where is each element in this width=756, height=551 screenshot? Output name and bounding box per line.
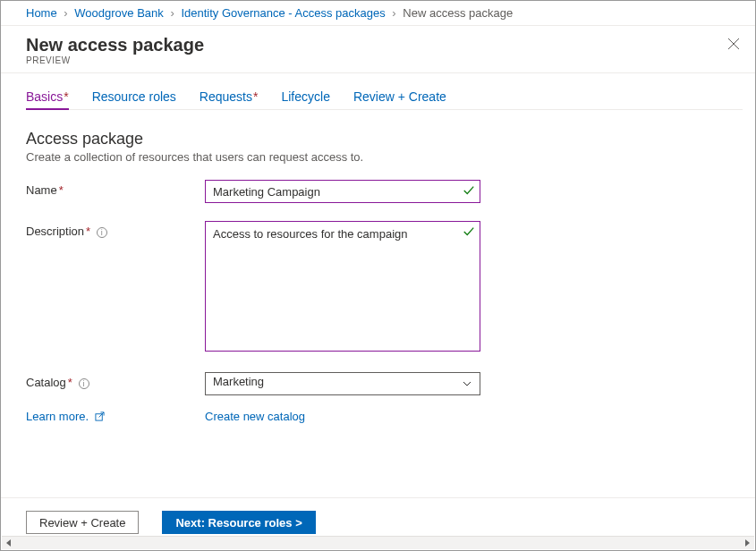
breadcrumb-current: New access package	[403, 6, 513, 20]
name-label: Name*	[26, 180, 205, 197]
info-icon[interactable]: i	[97, 227, 107, 238]
info-icon[interactable]: i	[79, 378, 89, 389]
required-asterisk: *	[68, 376, 72, 389]
description-field-wrap	[205, 221, 480, 354]
breadcrumb-link-home[interactable]: Home	[26, 6, 57, 20]
tabs: Basics* Resource roles Requests* Lifecyc…	[1, 73, 755, 109]
tab-resource-roles[interactable]: Resource roles	[92, 89, 176, 109]
label-text: Catalog	[26, 376, 66, 389]
section-access-package: Access package Create a collection of re…	[1, 110, 755, 423]
breadcrumb: Home › Woodgrove Bank › Identity Governa…	[1, 1, 755, 26]
tab-lifecycle[interactable]: Lifecycle	[281, 89, 329, 109]
form-row-name: Name*	[26, 180, 730, 203]
name-field-wrap	[205, 180, 480, 203]
tab-label: Resource roles	[92, 89, 176, 104]
create-catalog-link[interactable]: Create new catalog	[205, 410, 305, 423]
scroll-right-icon[interactable]	[740, 537, 754, 549]
name-input[interactable]	[205, 180, 480, 203]
breadcrumb-link-org[interactable]: Woodgrove Bank	[74, 6, 164, 20]
svg-marker-4	[6, 539, 11, 547]
required-asterisk: *	[59, 183, 64, 197]
chevron-right-icon: ›	[170, 6, 174, 20]
description-input[interactable]	[205, 221, 480, 352]
catalog-select[interactable]: Marketing	[205, 372, 480, 395]
close-icon	[726, 37, 741, 51]
preview-badge: PREVIEW	[26, 55, 739, 65]
external-link-icon	[95, 411, 105, 421]
svg-line-3	[98, 412, 104, 418]
tab-review-create[interactable]: Review + Create	[353, 89, 446, 109]
chevron-right-icon: ›	[392, 6, 395, 20]
footer: Review + Create Next: Resource roles >	[1, 497, 755, 534]
required-asterisk: *	[253, 89, 258, 104]
catalog-field-wrap: Marketing	[205, 372, 480, 395]
link-text: Learn more.	[26, 410, 89, 423]
required-asterisk: *	[64, 89, 68, 104]
description-label: Description* i	[26, 221, 205, 238]
tab-requests[interactable]: Requests*	[200, 89, 259, 109]
chevron-down-icon	[462, 378, 472, 389]
next-button[interactable]: Next: Resource roles >	[162, 511, 315, 534]
required-asterisk: *	[86, 225, 90, 238]
label-text: Description	[26, 225, 84, 238]
page-header: New access package PREVIEW	[1, 26, 755, 73]
section-title: Access package	[26, 130, 730, 148]
section-description: Create a collection of resources that us…	[26, 150, 730, 164]
form-row-description: Description* i	[26, 221, 730, 354]
breadcrumb-link-gov[interactable]: Identity Governance - Access packages	[181, 6, 385, 20]
learn-more-link[interactable]: Learn more.	[26, 410, 105, 423]
links-row: Learn more. Create new catalog	[26, 410, 730, 423]
tab-label: Basics	[26, 89, 63, 104]
svg-marker-5	[745, 539, 750, 547]
page-title: New access package	[26, 35, 739, 55]
close-button[interactable]	[726, 37, 744, 55]
window: Home › Woodgrove Bank › Identity Governa…	[0, 0, 756, 551]
form-row-catalog: Catalog* i Marketing	[26, 372, 730, 395]
horizontal-scrollbar[interactable]	[2, 536, 754, 549]
scroll-left-icon[interactable]	[2, 537, 16, 549]
tab-label: Requests	[200, 89, 252, 104]
tab-label: Lifecycle	[281, 89, 329, 104]
select-value: Marketing	[213, 375, 264, 388]
tab-label: Review + Create	[353, 89, 446, 104]
label-text: Name	[26, 183, 57, 197]
chevron-right-icon: ›	[64, 6, 67, 20]
review-create-button[interactable]: Review + Create	[26, 511, 139, 534]
catalog-label: Catalog* i	[26, 372, 205, 389]
tab-basics[interactable]: Basics*	[26, 89, 69, 109]
